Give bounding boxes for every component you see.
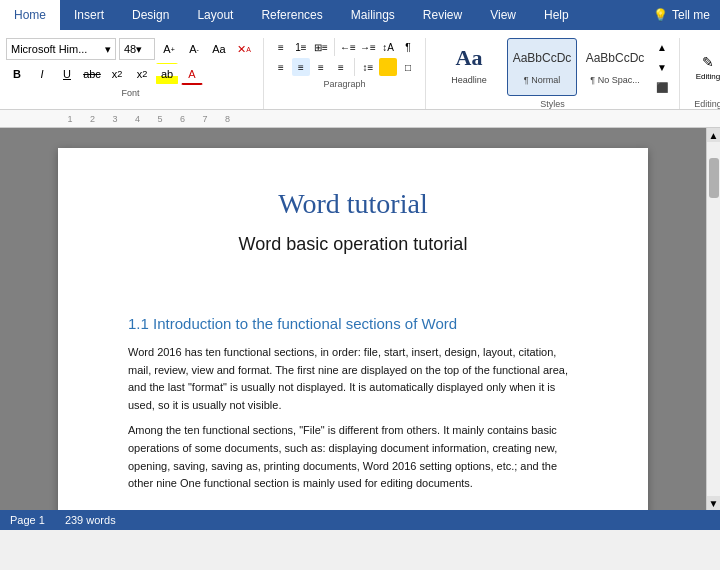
editing-group-label: Editing <box>688 99 720 109</box>
tab-mailings-label: Mailings <box>351 8 395 22</box>
paragraph-group: ≡ 1≡ ⊞≡ ←≡ →≡ ↕A ¶ ≡ ≡ ≡ ≡ ↕≡ □ Paragrap… <box>264 38 426 109</box>
style-normal[interactable]: AaBbCcDc ¶ Normal <box>507 38 577 96</box>
style-normal-preview: AaBbCcDc <box>513 41 572 75</box>
tab-references[interactable]: References <box>247 0 336 30</box>
tab-home-label: Home <box>14 8 46 22</box>
bullets-button[interactable]: ≡ <box>272 38 290 56</box>
clear-format-button[interactable]: ✕A <box>233 38 255 60</box>
tab-layout-label: Layout <box>197 8 233 22</box>
styles-scroll: ▲ ▼ ⬛ <box>653 38 671 96</box>
styles-group-label: Styles <box>434 99 671 109</box>
scroll-down-button[interactable]: ▼ <box>707 496 721 510</box>
styles-scroll-down[interactable]: ▼ <box>653 58 671 76</box>
scrollbar-thumb[interactable] <box>709 158 719 198</box>
change-case-button[interactable]: Aa <box>208 38 230 60</box>
tell-me-label: Tell me <box>672 8 710 22</box>
align-right-button[interactable]: ≡ <box>312 58 330 76</box>
styles-more[interactable]: ⬛ <box>653 78 671 96</box>
tab-view-label: View <box>490 8 516 22</box>
style-normal-label: ¶ Normal <box>524 75 560 85</box>
bold-button[interactable]: B <box>6 63 28 85</box>
font-name-dropdown-icon: ▾ <box>105 43 111 56</box>
lightbulb-icon: 💡 <box>653 8 668 22</box>
decrease-indent-button[interactable]: ←≡ <box>339 38 357 56</box>
word-count: 239 words <box>65 514 116 526</box>
subscript-button[interactable]: x2 <box>106 63 128 85</box>
multilevel-button[interactable]: ⊞≡ <box>312 38 330 56</box>
font-group: Microsoft Him... ▾ 48 ▾ A+ A- Aa ✕A B I … <box>6 38 264 109</box>
strikethrough-button[interactable]: abc <box>81 63 103 85</box>
tab-help[interactable]: Help <box>530 0 583 30</box>
underline-button[interactable]: U <box>56 63 78 85</box>
tab-design-label: Design <box>132 8 169 22</box>
section1-heading: 1.1 Introduction to the functional secti… <box>128 315 578 332</box>
tab-view[interactable]: View <box>476 0 530 30</box>
ribbon: Microsoft Him... ▾ 48 ▾ A+ A- Aa ✕A B I … <box>0 30 720 110</box>
doc-title-blue: Word tutorial <box>128 188 578 220</box>
highlight-button[interactable]: ab <box>156 63 178 85</box>
tab-insert[interactable]: Insert <box>60 0 118 30</box>
tab-review[interactable]: Review <box>409 0 476 30</box>
show-hide-button[interactable]: ¶ <box>399 38 417 56</box>
editing-icon: ✎ <box>702 54 714 70</box>
sort-button[interactable]: ↕A <box>379 38 397 56</box>
page-status: Page 1 <box>10 514 45 526</box>
font-color-button[interactable]: A <box>181 63 203 85</box>
ruler-content: 1 2 3 4 5 6 7 8 <box>60 114 230 124</box>
increase-indent-button[interactable]: →≡ <box>359 38 377 56</box>
font-size-value: 48 <box>124 43 136 55</box>
align-center-button[interactable]: ≡ <box>292 58 310 76</box>
scroll-up-button[interactable]: ▲ <box>707 128 721 142</box>
tab-help-label: Help <box>544 8 569 22</box>
vertical-scrollbar[interactable]: ▲ ▼ <box>706 128 720 510</box>
line-spacing-button[interactable]: ↕≡ <box>359 58 377 76</box>
italic-button[interactable]: I <box>31 63 53 85</box>
document-page: Word tutorial Word basic operation tutor… <box>58 148 648 510</box>
font-size-input[interactable]: 48 ▾ <box>119 38 155 60</box>
tab-insert-label: Insert <box>74 8 104 22</box>
style-headline-label: Headline <box>451 75 487 85</box>
ruler: 1 2 3 4 5 6 7 8 <box>0 110 720 128</box>
superscript-button[interactable]: x2 <box>131 63 153 85</box>
tab-mailings[interactable]: Mailings <box>337 0 409 30</box>
styles-scroll-up[interactable]: ▲ <box>653 38 671 56</box>
font-group-label: Font <box>6 88 255 98</box>
numbering-button[interactable]: 1≡ <box>292 38 310 56</box>
doc-title-black: Word basic operation tutorial <box>128 234 578 255</box>
style-no-spacing-label: ¶ No Spac... <box>590 75 639 85</box>
tab-home[interactable]: Home <box>0 0 60 30</box>
document-area: Word tutorial Word basic operation tutor… <box>0 128 706 510</box>
style-no-spacing-preview: AaBbCcDc <box>586 41 645 75</box>
borders-button[interactable]: □ <box>399 58 417 76</box>
tab-references-label: References <box>261 8 322 22</box>
editing-group: ✎ Editing Editing <box>680 38 720 109</box>
tab-review-label: Review <box>423 8 462 22</box>
font-name-value: Microsoft Him... <box>11 43 87 55</box>
main-layout: Word tutorial Word basic operation tutor… <box>0 128 720 510</box>
styles-group: Aa Headline AaBbCcDc ¶ Normal AaBbCcDc ¶… <box>426 38 680 109</box>
shading-button[interactable] <box>379 58 397 76</box>
status-bar: Page 1 239 words <box>0 510 720 530</box>
tab-bar: Home Insert Design Layout References Mai… <box>0 0 720 30</box>
justify-button[interactable]: ≡ <box>332 58 350 76</box>
editing-label: Editing <box>696 72 720 81</box>
font-size-dropdown-icon: ▾ <box>136 43 142 56</box>
editing-button[interactable]: ✎ Editing <box>688 42 720 92</box>
tell-me-area[interactable]: 💡 Tell me <box>643 0 720 30</box>
tab-layout[interactable]: Layout <box>183 0 247 30</box>
align-left-button[interactable]: ≡ <box>272 58 290 76</box>
style-no-spacing[interactable]: AaBbCcDc ¶ No Spac... <box>580 38 650 96</box>
paragraph-group-label: Paragraph <box>272 79 417 89</box>
increase-font-button[interactable]: A+ <box>158 38 180 60</box>
section1-para1: Word 2016 has ten functional sections, i… <box>128 344 578 414</box>
decrease-font-button[interactable]: A- <box>183 38 205 60</box>
tab-design[interactable]: Design <box>118 0 183 30</box>
style-headline[interactable]: Aa Headline <box>434 38 504 96</box>
font-name-input[interactable]: Microsoft Him... ▾ <box>6 38 116 60</box>
style-headline-preview: Aa <box>456 41 483 75</box>
section1-para2: Among the ten functional sections, "File… <box>128 422 578 492</box>
